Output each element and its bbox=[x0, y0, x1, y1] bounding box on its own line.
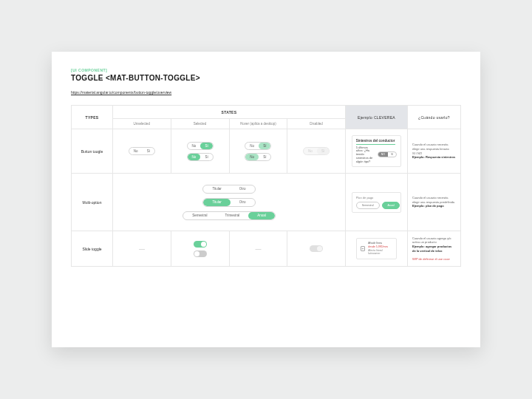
toggle-selected-si[interactable]: No Sí bbox=[187, 142, 214, 150]
cell-slide-desc: Cuando el usuario agrega y/o activa un p… bbox=[408, 231, 461, 267]
plus-icon: + bbox=[361, 246, 366, 251]
example-card-button: Siniestros del conductor 5 últimos años:… bbox=[352, 135, 402, 168]
switch-on[interactable] bbox=[194, 241, 207, 248]
cell-button-example: Siniestros del conductor 5 últimos años:… bbox=[346, 129, 408, 174]
cell-slide-disabled bbox=[287, 231, 346, 267]
spec-table: TYPES STATES Ejemplo CLEVEREA ¿Cuándo us… bbox=[71, 105, 461, 267]
eyebrow: [UI COMPONENT] bbox=[71, 68, 461, 72]
dash-icon: — bbox=[255, 245, 261, 252]
sub-selected: Selected bbox=[171, 119, 229, 129]
page-title: TOGGLE <MAT-BUTTON-TOGGLE> bbox=[71, 74, 461, 82]
cell-button-selected: No Sí No Sí bbox=[171, 129, 229, 174]
cell-multi-desc: Cuando el usuario necesita elegir una re… bbox=[408, 174, 461, 231]
multi-three[interactable]: Semestral Trimestral Anual bbox=[183, 211, 276, 220]
toggle-disabled: No Sí bbox=[303, 147, 330, 155]
cell-button-unselected: No Sí bbox=[113, 129, 171, 174]
dash-icon: — bbox=[139, 245, 145, 252]
switch-disabled bbox=[310, 245, 323, 252]
cell-multi-example: Plan de pago Semestral Anual bbox=[346, 174, 408, 231]
toggle-hover-no[interactable]: No Sí bbox=[245, 153, 271, 161]
sub-unselected: Unselected bbox=[113, 119, 171, 129]
row-multi-label: Multi-option bbox=[72, 174, 113, 231]
cell-slide-example: + Añadir línea desde 5,99€/mes Afecta li… bbox=[346, 231, 408, 267]
example-card-slide[interactable]: + Añadir línea desde 5,99€/mes Afecta li… bbox=[356, 238, 398, 259]
col-states: STATES bbox=[113, 106, 346, 119]
toggle-unselected[interactable]: No Sí bbox=[129, 147, 155, 155]
doc-page: [UI COMPONENT] TOGGLE <MAT-BUTTON-TOGGLE… bbox=[52, 52, 480, 347]
multi-unselected[interactable]: Titular Otro bbox=[202, 185, 255, 194]
cell-multi-states: Titular Otro Titular Otro Semestral Trim… bbox=[113, 174, 346, 231]
cell-button-disabled: No Sí bbox=[287, 129, 346, 174]
toggle-hover-si[interactable]: No Sí bbox=[245, 142, 271, 150]
col-example: Ejemplo CLEVEREA bbox=[346, 106, 408, 129]
cell-slide-unselected: — bbox=[113, 231, 171, 267]
example-btn-semestral[interactable]: Semestral bbox=[356, 202, 380, 209]
col-when: ¿Cuándo usarlo? bbox=[408, 106, 461, 129]
col-types: TYPES bbox=[72, 106, 113, 129]
cell-slide-selected bbox=[171, 231, 229, 267]
sub-hover: Hover (aplica a desktop) bbox=[229, 119, 287, 129]
toggle-selected-no[interactable]: No Sí bbox=[187, 153, 214, 161]
sub-disabled: Disabled bbox=[287, 119, 346, 129]
cell-slide-hover: — bbox=[229, 231, 287, 267]
cell-button-hover: No Sí No Sí bbox=[229, 129, 287, 174]
example-btn-anual[interactable]: Anual bbox=[382, 202, 400, 209]
multi-selected[interactable]: Titular Otro bbox=[202, 198, 255, 207]
doc-link[interactable]: https://material.angular.io/components/b… bbox=[71, 90, 171, 95]
switch-off[interactable] bbox=[194, 250, 207, 257]
row-slide-label: Slide toggle bbox=[72, 231, 113, 267]
cell-button-desc: Cuando el usuario necesita elegir una re… bbox=[408, 129, 461, 174]
example-mini-toggle[interactable]: NO SÍ bbox=[378, 151, 398, 157]
example-card-multi: Plan de pago Semestral Anual bbox=[352, 192, 402, 213]
row-button-label: Button toogle bbox=[72, 129, 113, 174]
